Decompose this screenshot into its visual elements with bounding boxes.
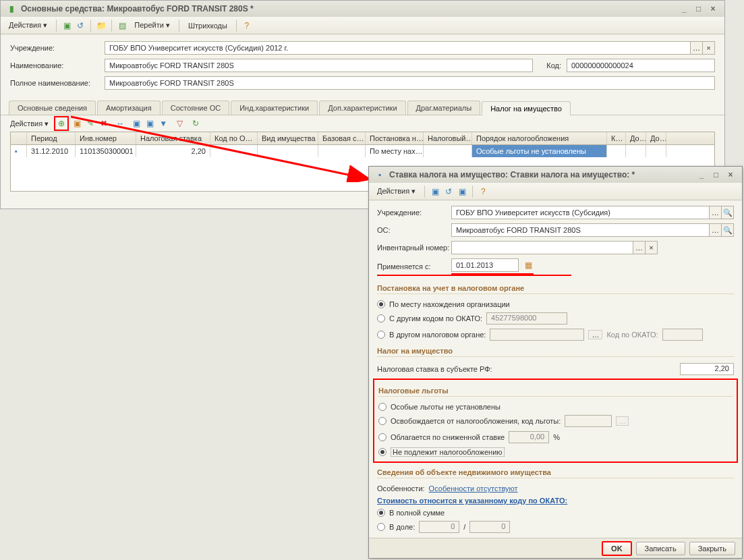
- dlg-actions-menu[interactable]: Действия ▾: [373, 186, 420, 197]
- ellipsis-icon[interactable]: …: [616, 416, 629, 426]
- dlg-save-icon[interactable]: ▣: [430, 186, 440, 197]
- calendar-icon[interactable]: ▦: [523, 260, 534, 271]
- grid-actions-menu[interactable]: Действия ▾: [10, 119, 49, 128]
- radio-exempt-code[interactable]: [378, 417, 387, 425]
- org-label: Учреждение:: [10, 44, 105, 52]
- radio-share[interactable]: [377, 523, 385, 531]
- org-input[interactable]: ГОБУ ВПО Университет искусств (Субсидия)…: [105, 41, 691, 55]
- share-a-input: 0: [419, 521, 459, 533]
- code-label: Код:: [533, 61, 567, 69]
- dlg-org-input[interactable]: ГОБУ ВПО Университет искусств (Субсидия): [451, 206, 710, 219]
- tax-rate-input[interactable]: 2,20: [680, 363, 734, 375]
- grid-row[interactable]: ▪ 31.12.2010 1101350300001 2,20 По месту…: [11, 145, 714, 157]
- dlg-close-icon[interactable]: ×: [724, 170, 737, 179]
- tab-property-tax[interactable]: Налог на имущество: [482, 101, 571, 115]
- section-realty: Сведения об объекте недвижимого имуществ…: [377, 464, 734, 478]
- dialog-toolbar: Действия ▾ ▣ ↺ ▣ ?: [369, 183, 742, 200]
- minimize-icon[interactable]: _: [678, 4, 690, 13]
- cost-link[interactable]: Стоимость относится к указанному коду по…: [377, 497, 567, 505]
- dialog-window: ▪ Ставка налога на имущество: Ставки нал…: [368, 166, 743, 559]
- section-tax: Налог на имущество: [377, 343, 734, 357]
- edit-icon[interactable]: ✎: [85, 118, 96, 129]
- dialog-app-icon: ▪: [374, 169, 385, 180]
- doc-icon[interactable]: ▤: [117, 20, 127, 31]
- dialog-buttons: OK Записать Закрыть: [369, 538, 742, 558]
- dlg-date-input[interactable]: 01.01.2013: [451, 258, 519, 272]
- grid-header: Период Инв.номер Налоговая ставка Код по…: [11, 132, 714, 145]
- tab-main[interactable]: Основные сведения: [9, 101, 96, 115]
- write-button[interactable]: Записать: [636, 542, 685, 555]
- refresh-icon[interactable]: ↺: [75, 20, 86, 31]
- app-icon: ▮: [6, 3, 17, 14]
- radio-no-exempt[interactable]: [378, 403, 387, 411]
- goto-menu[interactable]: Перейти ▾: [130, 20, 174, 31]
- window-title: Основные средства: Микроавтобус FORD TRA…: [21, 4, 254, 13]
- dlg-inv-input[interactable]: [451, 241, 633, 254]
- copy-icon[interactable]: ▣: [71, 118, 82, 129]
- maximize-icon[interactable]: □: [693, 4, 705, 13]
- save-icon[interactable]: ▣: [61, 20, 72, 31]
- tabs: Основные сведения Амортизация Состояние …: [1, 101, 724, 115]
- radio-okato[interactable]: [377, 314, 385, 323]
- dlg-os-input[interactable]: Микроавтобус FORD TRANSIT 280S: [451, 223, 710, 237]
- okato2-input: [662, 329, 703, 341]
- tab-ind[interactable]: Инд.характеристики: [231, 101, 318, 115]
- section-registration: Постановка на учет в налоговом органе: [377, 280, 734, 294]
- actions-menu[interactable]: Действия ▾: [5, 20, 51, 31]
- ok-button[interactable]: OK: [602, 541, 632, 556]
- reduced-rate-input: 0,00: [509, 431, 549, 443]
- refresh2-icon[interactable]: ↻: [190, 118, 201, 129]
- tab-depreciation[interactable]: Амортизация: [97, 101, 161, 115]
- barcodes-menu[interactable]: Штрихкоды: [184, 20, 231, 31]
- dlg-org-label: Учреждение:: [377, 208, 451, 217]
- radio-full-sum[interactable]: [377, 509, 385, 517]
- ellipsis-icon[interactable]: …: [633, 241, 646, 254]
- help-icon[interactable]: ?: [241, 20, 252, 31]
- code-input[interactable]: 000000000000024: [567, 59, 715, 72]
- fullname-input[interactable]: Микроавтобус FORD TRANSIT 280S: [105, 76, 715, 90]
- tab-extra[interactable]: Доп.характеристики: [319, 101, 405, 115]
- reload-icon[interactable]: ↔: [115, 118, 125, 129]
- ellipsis-icon[interactable]: …: [588, 330, 602, 339]
- name-input[interactable]: Микроавтобус FORD TRANSIT 280S: [105, 59, 533, 72]
- dlg-date-label: Применяется с:: [377, 262, 451, 271]
- name-label: Наименование:: [10, 61, 105, 69]
- fullname-label: Полное наименование:: [10, 79, 105, 87]
- dlg-maximize-icon[interactable]: □: [710, 170, 722, 179]
- close-icon[interactable]: ×: [707, 4, 719, 13]
- section-exemptions: Налоговые льготы: [378, 383, 733, 397]
- dialog-title-bar: ▪ Ставка налога на имущество: Ставки нал…: [369, 167, 742, 183]
- filter3-icon[interactable]: ▼: [158, 118, 169, 129]
- dlg-inv-label: Инвентарный номер:: [377, 244, 451, 252]
- clear-icon[interactable]: ×: [646, 241, 658, 254]
- ellipsis-icon[interactable]: …: [691, 41, 703, 55]
- dlg-copy-icon[interactable]: ▣: [457, 186, 467, 197]
- search-icon[interactable]: 🔍: [722, 206, 734, 219]
- tab-materials[interactable]: Драг.материалы: [407, 101, 481, 115]
- ellipsis-icon[interactable]: …: [710, 206, 722, 219]
- radio-org-location[interactable]: [377, 300, 385, 308]
- dlg-minimize-icon[interactable]: _: [695, 170, 708, 179]
- radio-reduced[interactable]: [378, 433, 387, 441]
- dlg-os-label: ОС:: [377, 226, 451, 234]
- search-icon[interactable]: 🔍: [722, 223, 734, 237]
- features-link[interactable]: Особенности отсутствуют: [429, 484, 518, 493]
- folder-icon[interactable]: 📁: [96, 20, 107, 31]
- clear-filter-icon[interactable]: ▽: [174, 118, 185, 129]
- share-b-input: 0: [469, 521, 510, 533]
- main-toolbar: Действия ▾ ▣ ↺ 📁 ▤ Перейти ▾ Штрихкоды ?: [1, 17, 724, 34]
- radio-not-taxed[interactable]: [378, 448, 387, 456]
- close-button[interactable]: Закрыть: [689, 542, 735, 555]
- dlg-help-icon[interactable]: ?: [478, 186, 488, 197]
- radio-other-tax[interactable]: [377, 331, 385, 339]
- other-tax-input: [490, 329, 584, 341]
- delete-icon[interactable]: ✖: [98, 118, 109, 129]
- tab-state[interactable]: Состояние ОС: [162, 101, 229, 115]
- clear-icon[interactable]: ×: [703, 41, 715, 55]
- filter2-icon[interactable]: ▣: [144, 118, 155, 129]
- add-icon[interactable]: ⊕: [56, 118, 67, 129]
- filter1-icon[interactable]: ▣: [131, 118, 142, 129]
- dlg-refresh-icon[interactable]: ↺: [443, 186, 454, 197]
- ellipsis-icon[interactable]: …: [710, 223, 722, 237]
- window-title-bar: ▮ Основные средства: Микроавтобус FORD T…: [1, 1, 724, 17]
